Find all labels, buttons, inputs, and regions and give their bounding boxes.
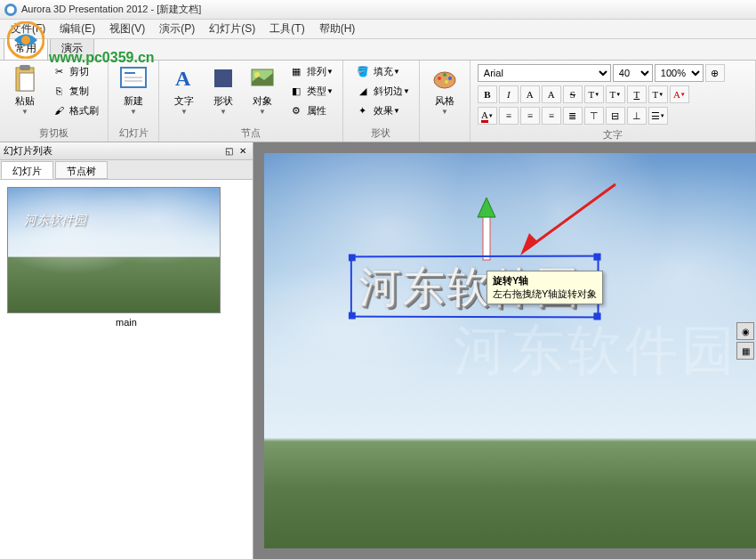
tooltip: 旋转Y轴 左右拖拽绕Y轴旋转对象	[487, 271, 603, 304]
slide-preview: 河东软件园	[8, 188, 220, 312]
align-center-button[interactable]: ≡	[520, 107, 540, 125]
ribbon-group-clipboard: 粘贴 ▼ ✂剪切 ⎘复制 🖌格式刷 剪切板	[0, 61, 109, 142]
chevron-down-icon: ▼	[181, 108, 188, 116]
align-justify-button[interactable]: ≣	[563, 107, 583, 125]
selection-handle[interactable]	[593, 254, 600, 261]
shape-button[interactable]: 形状 ▼	[204, 62, 243, 117]
menubar: 文件(F) 编辑(E) 视图(V) 演示(P) 幻灯片(S) 工具(T) 帮助(…	[0, 20, 756, 39]
ribbon-group-shape: 🪣填充 ▼ ◢斜切边 ▼ ✦效果 ▼ 形状	[343, 61, 420, 142]
svg-rect-20	[483, 215, 490, 260]
side-tab-nodetree[interactable]: 节点树	[55, 161, 108, 179]
object-button[interactable]: 对象 ▼	[243, 62, 282, 117]
copy-button[interactable]: ⎘复制	[48, 82, 102, 100]
menu-view[interactable]: 视图(V)	[102, 20, 152, 38]
side-panel: 幻灯片列表 ◱ ✕ 幻灯片 节点树 河东软件园 main	[0, 142, 253, 559]
style-button[interactable]: 风格 ▼	[425, 62, 464, 117]
font-t2-button[interactable]: T▼	[606, 85, 625, 103]
menu-file[interactable]: 文件(F)	[4, 20, 52, 38]
panel-close-button[interactable]: ✕	[237, 145, 249, 158]
svg-text:A: A	[175, 67, 191, 90]
app-title: Aurora 3D Presentation 2012 - [新建文档]	[21, 3, 201, 16]
strikethrough-button[interactable]: S	[563, 85, 583, 103]
zoom-button[interactable]: ⊕	[705, 64, 725, 82]
cut-button[interactable]: ✂剪切	[48, 62, 102, 80]
canvas-3d-viewport[interactable]: 河东软件园 河东软件园	[264, 153, 756, 548]
font-t1-button[interactable]: T▼	[584, 85, 604, 103]
bevel-icon: ◢	[356, 84, 370, 98]
text-icon: A	[170, 64, 198, 93]
type-button[interactable]: ◧类型 ▼	[286, 82, 337, 100]
svg-rect-12	[214, 69, 232, 87]
menu-help[interactable]: 帮助(H)	[312, 20, 363, 38]
svg-point-1	[7, 6, 14, 13]
copy-icon: ⎘	[52, 84, 66, 98]
ribbon-group-node: A 文字 ▼ 形状 ▼ 对象 ▼ ▦排列 ▼ ◧类型 ▼ ⚙属性 节点	[159, 61, 343, 142]
canvas-ctrl-2[interactable]: ▦	[736, 342, 754, 360]
svg-point-17	[443, 73, 446, 77]
valign-mid-button[interactable]: ⊟	[606, 107, 625, 125]
chevron-down-icon: ▼	[259, 108, 266, 116]
new-slide-button[interactable]: 新建 ▼	[114, 62, 153, 117]
format-painter-button[interactable]: 🖌格式刷	[48, 101, 102, 119]
effect-icon: ✦	[356, 103, 370, 117]
main-area: 幻灯片列表 ◱ ✕ 幻灯片 节点树 河东软件园 main 河东软件园	[0, 142, 756, 559]
canvas-ctrl-1[interactable]: ◉	[736, 322, 754, 340]
attribute-button[interactable]: ⚙属性	[286, 101, 337, 119]
ribbon: 粘贴 ▼ ✂剪切 ⎘复制 🖌格式刷 剪切板 新建 ▼ 幻灯片 A	[0, 61, 756, 142]
arrange-button[interactable]: ▦排列 ▼	[286, 62, 337, 80]
canvas-area[interactable]: 河东软件园 河东软件园	[253, 142, 756, 559]
font-family-select[interactable]: Arial	[478, 64, 611, 82]
font-a1-button[interactable]: A	[520, 85, 540, 103]
slide-thumbnail[interactable]: 河东软件园	[7, 187, 221, 313]
list-button[interactable]: ☰▼	[648, 107, 668, 125]
ribbon-tabs: 常用 演示	[0, 39, 756, 61]
effect-button[interactable]: ✦效果 ▼	[352, 101, 414, 119]
titlebar: Aurora 3D Presentation 2012 - [新建文档]	[0, 0, 756, 20]
font-t4-button[interactable]: T▼	[648, 85, 668, 103]
menu-tools[interactable]: 工具(T)	[262, 20, 311, 38]
side-tabs: 幻灯片 节点树	[0, 160, 253, 180]
side-tab-slides[interactable]: 幻灯片	[1, 161, 53, 179]
zoom-select[interactable]: 100%	[655, 64, 704, 82]
text-button[interactable]: A 文字 ▼	[165, 62, 204, 117]
font-size-select[interactable]: 40	[613, 64, 653, 82]
menu-edit[interactable]: 编辑(E)	[52, 20, 102, 38]
panel-float-button[interactable]: ◱	[222, 145, 235, 158]
svg-line-22	[527, 184, 615, 249]
valign-top-button[interactable]: ⊤	[584, 107, 604, 125]
ribbon-tab-present[interactable]: 演示	[50, 36, 94, 60]
valign-bot-button[interactable]: ⊥	[627, 107, 647, 125]
brush-icon: 🖌	[52, 103, 66, 117]
italic-button[interactable]: I	[499, 85, 519, 103]
paste-icon	[11, 64, 39, 93]
svg-marker-21	[478, 198, 495, 217]
chevron-down-icon: ▼	[130, 108, 137, 116]
selection-handle[interactable]	[349, 312, 356, 320]
bold-button[interactable]: B	[478, 85, 497, 103]
chevron-down-icon: ▼	[220, 108, 227, 116]
paste-button[interactable]: 粘贴 ▼	[5, 62, 44, 117]
fill-button[interactable]: 🪣填充 ▼	[352, 62, 414, 80]
menu-slides[interactable]: 幻灯片(S)	[202, 20, 262, 38]
svg-point-18	[448, 77, 452, 80]
fill-icon: 🪣	[356, 64, 370, 78]
app-icon	[4, 3, 18, 17]
annotation-arrow	[513, 180, 620, 263]
type-icon: ◧	[289, 84, 303, 98]
selection-handle[interactable]	[349, 254, 356, 261]
arrange-icon: ▦	[289, 64, 303, 78]
font-color-button[interactable]: A▼	[478, 107, 497, 125]
font-a-color-button[interactable]: A▼	[670, 85, 689, 103]
selection-handle[interactable]	[593, 312, 600, 320]
menu-present[interactable]: 演示(P)	[152, 20, 202, 38]
ribbon-tab-common[interactable]: 常用	[4, 36, 48, 60]
new-slide-icon	[119, 64, 148, 93]
scissors-icon: ✂	[52, 64, 66, 78]
font-t3-button[interactable]: T	[627, 85, 647, 103]
ribbon-group-slide: 新建 ▼ 幻灯片	[109, 61, 159, 142]
image-icon	[248, 64, 277, 93]
align-left-button[interactable]: ≡	[499, 107, 519, 125]
align-right-button[interactable]: ≡	[542, 107, 561, 125]
font-a2-button[interactable]: A	[542, 85, 561, 103]
bevel-button[interactable]: ◢斜切边 ▼	[352, 82, 414, 100]
